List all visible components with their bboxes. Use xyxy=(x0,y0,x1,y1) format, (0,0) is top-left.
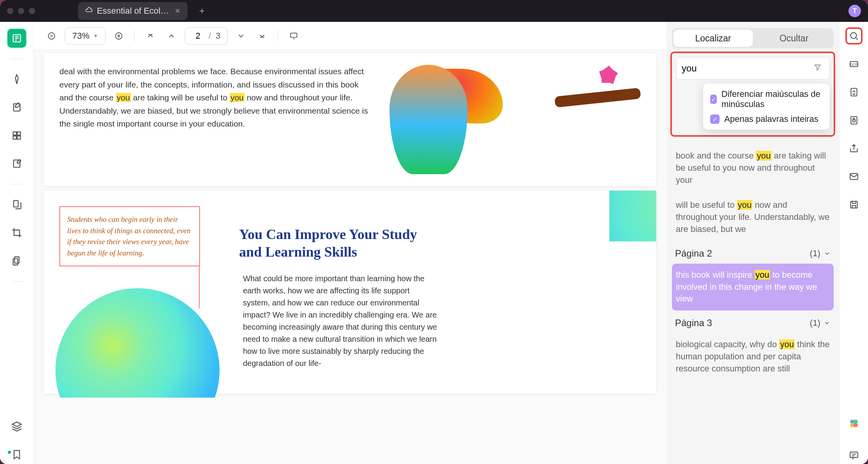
tab-title: Essential of Ecology xyxy=(97,6,171,16)
option-label: Diferenciar maiúsculas de minúsculas xyxy=(722,89,823,109)
search-panel: Localizar Ocultar ✓ Diferenciar maiúscul… xyxy=(666,22,839,464)
svg-point-24 xyxy=(853,423,857,427)
next-page-button[interactable] xyxy=(233,28,249,44)
search-result-item[interactable]: will be useful to you now and throughout… xyxy=(672,194,834,241)
page-current-input[interactable] xyxy=(192,31,204,41)
sidebar-reader-mode[interactable] xyxy=(7,29,26,48)
right-sidebar: OCR xyxy=(839,22,868,464)
minimize-window-button[interactable] xyxy=(18,8,24,14)
sidebar-fill-sign-tool[interactable] xyxy=(7,154,26,173)
quote-callout: Students who can begin early in their li… xyxy=(59,206,200,266)
search-result-item[interactable]: book and the course you are taking will … xyxy=(672,145,834,191)
separator xyxy=(278,30,278,42)
chevron-down-icon: ▼ xyxy=(93,33,98,39)
parrot-illustration xyxy=(382,65,641,174)
svg-rect-7 xyxy=(13,201,18,207)
ocr-button[interactable]: OCR xyxy=(845,55,863,73)
page-separator: / xyxy=(209,31,211,41)
sidebar-highlight-tool[interactable] xyxy=(7,70,26,89)
avatar[interactable]: T xyxy=(848,5,861,17)
zoom-value: 73% xyxy=(72,31,89,41)
zoom-select[interactable]: 73% ▼ xyxy=(65,27,105,45)
sidebar-compare-tool[interactable] xyxy=(7,195,26,214)
svg-rect-12 xyxy=(291,33,297,37)
text: are taking will be useful to xyxy=(131,93,230,102)
svg-rect-2 xyxy=(13,132,16,135)
search-toggle-button[interactable] xyxy=(845,27,863,45)
filter-icon[interactable] xyxy=(811,61,824,75)
separator xyxy=(134,30,135,42)
document-page-2: Students who can begin early in their li… xyxy=(44,191,656,394)
email-button[interactable] xyxy=(845,168,863,185)
result-group-header[interactable]: Página 2(1) xyxy=(672,243,834,264)
sidebar-page-tool[interactable] xyxy=(7,126,26,145)
page-indicator: / 3 xyxy=(185,27,228,45)
presentation-button[interactable] xyxy=(286,28,302,44)
comments-button[interactable] xyxy=(845,447,863,464)
last-page-button[interactable] xyxy=(254,28,270,44)
save-button[interactable] xyxy=(845,196,863,213)
search-result-item[interactable]: this book will inspire you to become inv… xyxy=(672,264,834,311)
globe-illustration xyxy=(609,191,656,241)
share-button[interactable] xyxy=(845,140,863,157)
content-area: 73% ▼ / 3 dea xyxy=(0,22,868,464)
separator xyxy=(11,184,23,184)
page-total: 3 xyxy=(216,31,220,41)
app-logo-icon[interactable] xyxy=(845,415,863,432)
filter-option-case[interactable]: ✓ Diferenciar maiúsculas de minúsculas xyxy=(710,89,823,109)
search-tabs: Localizar Ocultar xyxy=(672,28,834,48)
status-dot xyxy=(8,451,11,454)
sidebar-edit-tool[interactable] xyxy=(7,98,26,117)
tab-hide[interactable]: Ocultar xyxy=(754,28,834,48)
svg-rect-20 xyxy=(850,201,857,208)
option-label: Apenas palavras inteiras xyxy=(724,114,818,124)
result-group-header[interactable]: Página 3(1) xyxy=(672,313,834,333)
result-count: (1) xyxy=(810,318,830,328)
checkbox-icon: ✓ xyxy=(710,95,717,104)
highlighted-word: you xyxy=(116,93,131,102)
left-sidebar xyxy=(0,22,34,464)
document-text: deal with the environmental problems we … xyxy=(59,65,370,174)
cloud-icon xyxy=(85,6,93,16)
filter-dropdown: ✓ Diferenciar maiúsculas de minúsculas ✓… xyxy=(703,84,830,130)
separator xyxy=(11,281,23,282)
zoom-in-button[interactable] xyxy=(111,28,127,44)
document-viewport[interactable]: deal with the environmental problems we … xyxy=(34,50,666,464)
document-tab[interactable]: Essential of Ecology ✕ xyxy=(78,2,188,20)
separator xyxy=(11,59,23,59)
svg-rect-25 xyxy=(850,452,858,457)
add-tab-button[interactable]: + xyxy=(199,5,205,16)
paragraph: What could be more important than learni… xyxy=(243,273,438,369)
close-tab-button[interactable]: ✕ xyxy=(175,7,180,15)
svg-rect-3 xyxy=(17,132,20,135)
search-input-row xyxy=(676,57,830,80)
sidebar-batch-tool[interactable] xyxy=(7,252,26,270)
first-page-button[interactable] xyxy=(143,28,158,44)
maximize-window-button[interactable] xyxy=(29,8,35,14)
svg-rect-8 xyxy=(14,257,19,263)
titlebar: Essential of Ecology ✕ + T xyxy=(0,0,868,22)
svg-text:OCR: OCR xyxy=(850,62,857,66)
search-result-item[interactable]: biological capacity, why do you think th… xyxy=(672,333,834,380)
search-results[interactable]: book and the course you are taking will … xyxy=(669,140,837,464)
sidebar-crop-tool[interactable] xyxy=(7,223,26,242)
main-area: 73% ▼ / 3 dea xyxy=(34,22,666,464)
page-label: Página 2 xyxy=(675,248,712,259)
result-count: (1) xyxy=(810,248,830,259)
document-page-1: deal with the environmental problems we … xyxy=(44,53,656,186)
close-window-button[interactable] xyxy=(7,8,13,14)
svg-point-13 xyxy=(850,32,856,38)
tab-find[interactable]: Localizar xyxy=(673,30,753,47)
sidebar-layers[interactable] xyxy=(7,417,26,436)
search-input[interactable] xyxy=(682,63,811,74)
protect-button[interactable] xyxy=(845,112,863,129)
page-label: Página 3 xyxy=(675,318,712,328)
search-box-highlighted: ✓ Diferenciar maiúsculas de minúsculas ✓… xyxy=(670,52,835,137)
sidebar-bookmark[interactable] xyxy=(7,445,26,464)
highlighted-word: you xyxy=(230,93,245,102)
convert-button[interactable] xyxy=(845,84,863,101)
filter-option-whole-words[interactable]: ✓ Apenas palavras inteiras xyxy=(710,114,823,124)
zoom-out-button[interactable] xyxy=(44,28,59,44)
prev-page-button[interactable] xyxy=(164,28,179,44)
svg-rect-18 xyxy=(852,120,855,122)
